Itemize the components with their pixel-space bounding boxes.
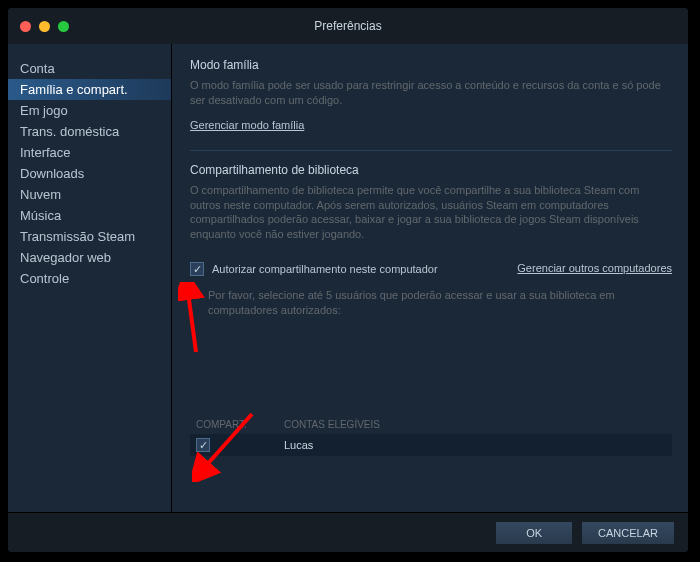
library-sharing-desc: O compartilhamento de biblioteca permite… [190, 183, 672, 242]
titlebar: Preferências [8, 8, 688, 44]
preferences-window: Preferências Conta Família e compart. Em… [8, 8, 688, 552]
authorize-checkbox-row: Autorizar compartilhamento neste computa… [190, 262, 438, 276]
authorize-row: Autorizar compartilhamento neste computa… [190, 252, 672, 284]
authorize-checkbox[interactable] [190, 262, 204, 276]
ok-button[interactable]: OK [496, 522, 572, 544]
sidebar-item-account[interactable]: Conta [8, 58, 171, 79]
manage-family-mode-link[interactable]: Gerenciar modo família [190, 119, 304, 131]
share-user-checkbox[interactable] [196, 438, 210, 452]
table-row: Lucas [190, 434, 672, 456]
library-sharing-section: Compartilhamento de biblioteca O compart… [190, 163, 672, 318]
sidebar-item-web-browser[interactable]: Navegador web [8, 247, 171, 268]
sidebar: Conta Família e compart. Em jogo Trans. … [8, 44, 172, 512]
manage-other-computers-link[interactable]: Gerenciar outros computadores [517, 262, 672, 274]
window-title: Preferências [8, 19, 688, 33]
sidebar-item-interface[interactable]: Interface [8, 142, 171, 163]
sidebar-item-family-sharing[interactable]: Família e compart. [8, 79, 171, 100]
table-header-share: COMPART. [196, 419, 266, 430]
sidebar-item-downloads[interactable]: Downloads [8, 163, 171, 184]
cancel-button[interactable]: CANCELAR [582, 522, 674, 544]
sidebar-item-in-game[interactable]: Em jogo [8, 100, 171, 121]
family-mode-desc: O modo família pode ser usado para restr… [190, 78, 672, 108]
family-mode-section: Modo família O modo família pode ser usa… [190, 58, 672, 132]
select-users-desc: Por favor, selecione até 5 usuários que … [208, 288, 672, 318]
table-header-accounts: CONTAS ELEGÍVEIS [284, 419, 380, 430]
library-sharing-title: Compartilhamento de biblioteca [190, 163, 672, 177]
authorize-checkbox-label: Autorizar compartilhamento neste computa… [212, 263, 438, 275]
settings-content: Modo família O modo família pode ser usa… [172, 44, 688, 512]
table-header: COMPART. CONTAS ELEGÍVEIS [190, 415, 672, 434]
footer: OK CANCELAR [8, 512, 688, 552]
eligible-accounts-table: COMPART. CONTAS ELEGÍVEIS Lucas [190, 415, 672, 456]
family-mode-title: Modo família [190, 58, 672, 72]
user-name: Lucas [284, 439, 313, 451]
sidebar-item-home-streaming[interactable]: Trans. doméstica [8, 121, 171, 142]
sidebar-item-cloud[interactable]: Nuvem [8, 184, 171, 205]
section-divider [190, 150, 672, 151]
sidebar-item-music[interactable]: Música [8, 205, 171, 226]
window-body: Conta Família e compart. Em jogo Trans. … [8, 44, 688, 512]
sidebar-item-controller[interactable]: Controle [8, 268, 171, 289]
sidebar-item-broadcast[interactable]: Transmissão Steam [8, 226, 171, 247]
